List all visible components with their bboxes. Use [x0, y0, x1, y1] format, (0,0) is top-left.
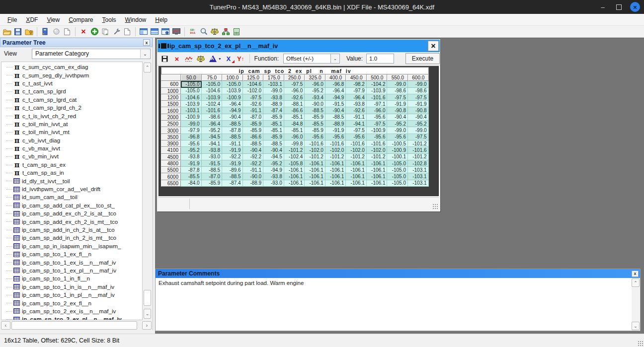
table-cell[interactable]: -101.2: [408, 154, 429, 160]
table-cell[interactable]: -91.1: [222, 140, 243, 147]
table-cell[interactable]: -85.9: [243, 121, 264, 127]
tree-item[interactable]: ip_cam_sp_add_cat_pl_ex__tco_st_: [1, 202, 142, 209]
function-dropdown[interactable]: Offset (+/-): [283, 54, 331, 64]
table-cell[interactable]: -106.1: [325, 173, 346, 180]
table-cell[interactable]: -103.1: [408, 173, 429, 180]
table-cell[interactable]: -85.1: [284, 114, 305, 121]
table-cell[interactable]: -100.9: [181, 114, 202, 121]
table-cell[interactable]: -101.6: [346, 140, 367, 147]
table-cell[interactable]: -101.2: [408, 140, 429, 147]
table-cell[interactable]: -105.0: [387, 173, 408, 180]
editor-titlebar[interactable]: ip_cam_sp_tco_2_ex_pl__n__maf_iv ×: [158, 40, 440, 52]
row-header[interactable]: 5500: [161, 167, 181, 173]
tree-item[interactable]: πc_vb_ivvt_diag: [1, 137, 142, 144]
table-cell[interactable]: -91.1: [243, 167, 264, 173]
table-cell[interactable]: -96.8: [181, 134, 202, 140]
table-cell[interactable]: -95.6: [346, 134, 367, 140]
close-icon[interactable]: ×: [630, 2, 640, 12]
table-cell[interactable]: -91.1: [243, 107, 264, 114]
table-cell[interactable]: -105.8: [284, 160, 305, 167]
menu-tools[interactable]: Tools: [98, 15, 121, 25]
table-cell[interactable]: -97.9: [181, 127, 202, 134]
table-cell[interactable]: -88.5: [263, 140, 284, 147]
table-cell[interactable]: -88.9: [263, 101, 284, 107]
table-cell[interactable]: -88.9: [325, 121, 346, 127]
table-cell[interactable]: -102.0: [305, 147, 325, 153]
table-cell[interactable]: -96.8: [325, 81, 346, 87]
x-axis-icon[interactable]: X: [224, 54, 233, 63]
tree-scroll-down-icon[interactable]: ⌄: [144, 309, 151, 319]
table-cell[interactable]: -95.6: [367, 114, 388, 121]
column-header[interactable]: 400.0: [325, 74, 346, 81]
table-cell[interactable]: -105.0: [202, 81, 223, 87]
table-cell[interactable]: -88.9: [243, 180, 264, 187]
table-cell[interactable]: -89.6: [222, 167, 243, 173]
table-cell[interactable]: -90.4: [222, 114, 243, 121]
table-cell[interactable]: -100.1: [387, 154, 408, 160]
table-cell[interactable]: -102.0: [325, 147, 346, 153]
tree-item[interactable]: πc_sum_cyc_cam_ex_diag: [1, 63, 142, 71]
table-cell[interactable]: -105.0: [387, 167, 408, 173]
table-cell[interactable]: -88.5: [222, 121, 243, 127]
column-header[interactable]: 550.0: [387, 74, 408, 81]
wrench-icon[interactable]: [111, 27, 121, 37]
table-cell[interactable]: -101.2: [367, 154, 388, 160]
table-cell[interactable]: -97.5: [243, 94, 264, 101]
table-cell[interactable]: -91.9: [222, 147, 243, 153]
table-cell[interactable]: -90.0: [243, 173, 264, 180]
menu-file[interactable]: File: [3, 15, 21, 25]
table-cell[interactable]: -91.9: [181, 160, 202, 167]
table-cell[interactable]: -91.5: [202, 160, 223, 167]
menu-view[interactable]: View: [42, 15, 64, 25]
table-cell[interactable]: -106.1: [346, 173, 367, 180]
table-cell[interactable]: -95.6: [367, 134, 388, 140]
table-cell[interactable]: -97.5: [346, 127, 367, 134]
book-import-icon[interactable]: [40, 27, 50, 37]
table-cell[interactable]: -106.1: [305, 173, 325, 180]
table-cell[interactable]: -87.8: [181, 167, 202, 173]
column-header[interactable]: 125.0: [243, 74, 264, 81]
add-green-icon[interactable]: [89, 27, 99, 37]
table-cell[interactable]: -92.6: [284, 94, 305, 101]
table-cell[interactable]: -95.2: [408, 121, 429, 127]
row-header[interactable]: 600: [161, 81, 181, 87]
table-cell[interactable]: -85.9: [305, 127, 325, 134]
execute-button[interactable]: Execute: [405, 53, 440, 64]
table-cell[interactable]: -96.4: [346, 94, 367, 101]
table-cell[interactable]: -93.4: [305, 94, 325, 101]
tree-item[interactable]: ip_cam_sp_tco_2_ex_pl__n__maf_iv: [1, 315, 142, 320]
table-cell[interactable]: -92.6: [243, 101, 264, 107]
table-cell[interactable]: -95.6: [387, 134, 408, 140]
table-cell[interactable]: -99.0: [408, 81, 429, 87]
table-cell[interactable]: -90.0: [305, 101, 325, 107]
table-cell[interactable]: -91.9: [408, 101, 429, 107]
table-cell[interactable]: -92.2: [243, 160, 264, 167]
row-header[interactable]: 3500: [161, 134, 181, 140]
table-cell[interactable]: -85.1: [263, 127, 284, 134]
table-cell[interactable]: -101.6: [305, 140, 325, 147]
table-cell[interactable]: -92.2: [222, 154, 243, 160]
table-cell[interactable]: -87.0: [202, 173, 223, 180]
table-cell[interactable]: -91.9: [325, 127, 346, 134]
table-cell[interactable]: -103.9: [202, 94, 223, 101]
table-cell[interactable]: -87.0: [243, 114, 264, 121]
table-cell[interactable]: -85.9: [202, 180, 223, 187]
table-cell[interactable]: -95.2: [263, 160, 284, 167]
table-cell[interactable]: -98.2: [346, 81, 367, 87]
table-cell[interactable]: -88.5: [222, 134, 243, 140]
table-cell[interactable]: -102.4: [284, 154, 305, 160]
table-cell[interactable]: -103.9: [181, 101, 202, 107]
monitor-graph-icon[interactable]: [171, 27, 181, 37]
table-cell[interactable]: -105.0: [222, 81, 243, 87]
orb-icon[interactable]: [51, 27, 61, 37]
table-cell[interactable]: -106.1: [367, 173, 388, 180]
table-cell[interactable]: -93.8: [263, 94, 284, 101]
row-header[interactable]: 3900: [161, 140, 181, 147]
table-cell[interactable]: -96.4: [202, 121, 223, 127]
table-cell[interactable]: -91.9: [222, 160, 243, 167]
tree-item[interactable]: ip_cam_sp_tco_1_in_is__n__maf_iv: [1, 283, 142, 291]
table-cell[interactable]: -94.5: [263, 154, 284, 160]
tree-item[interactable]: ip_cam_sp_add_in_ch_2_is_mt__tco: [1, 234, 142, 242]
tree-item[interactable]: ip_cam_sp_tco_2_ex_is__n__maf_iv: [1, 307, 142, 315]
save-bin-icon[interactable]: [13, 27, 23, 37]
